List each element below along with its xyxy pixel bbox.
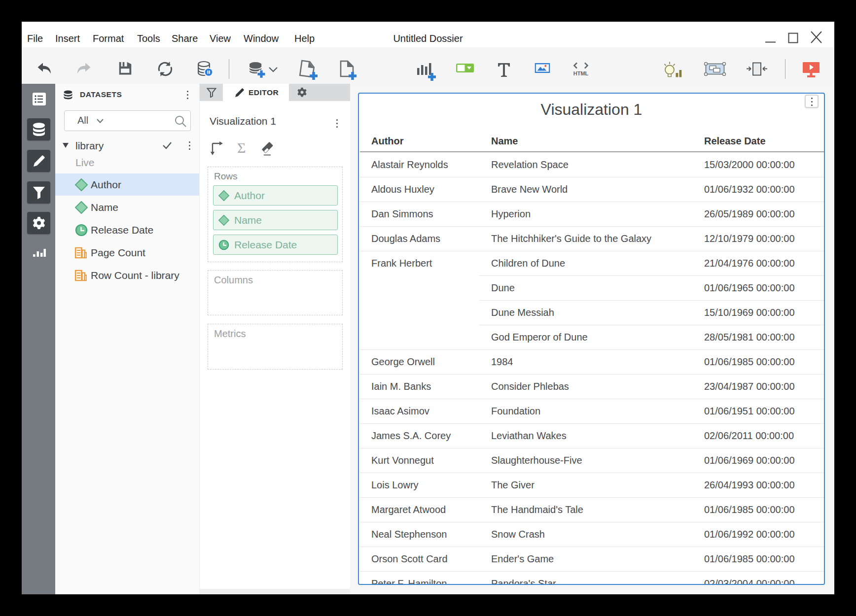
svg-text:HTML: HTML <box>573 70 589 76</box>
